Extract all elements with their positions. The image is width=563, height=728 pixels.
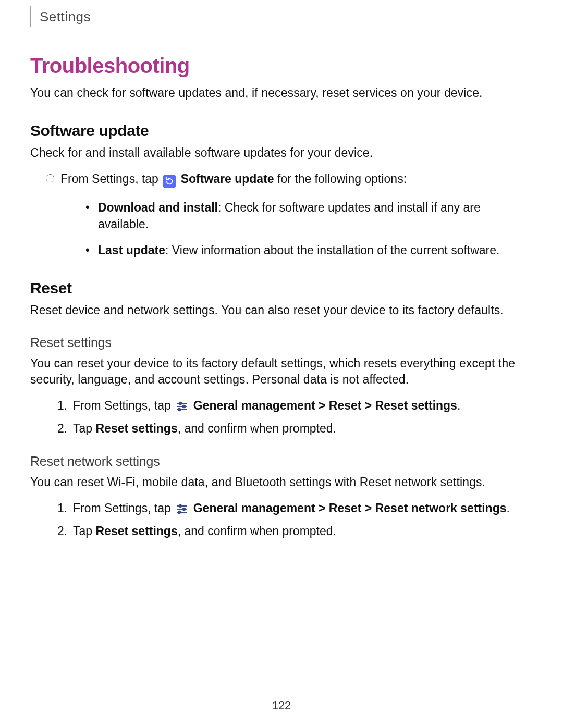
list-item: Last update: View information about the … (85, 242, 533, 259)
step-post: . (506, 501, 509, 515)
svg-point-3 (183, 405, 185, 408)
lead-bold: Software update (181, 172, 274, 186)
breadcrumb-label: Settings (40, 9, 91, 25)
page-number: 122 (0, 699, 563, 712)
software-update-options: Download and install: Check for software… (30, 200, 533, 258)
intro-paragraph: You can check for software updates and, … (30, 85, 533, 101)
update-icon (163, 175, 176, 188)
svg-point-9 (183, 508, 185, 510)
reset-network-heading: Reset network settings (30, 454, 533, 469)
step-item: 1. From Settings, tap General management… (57, 397, 533, 414)
reset-settings-heading: Reset settings (30, 335, 533, 350)
step-bold: Reset settings (95, 524, 177, 538)
svg-point-11 (178, 511, 180, 513)
list-item: Download and install: Check for software… (85, 200, 533, 232)
lead-post: for the following options: (277, 172, 407, 186)
reset-network-body: You can reset Wi-Fi, mobile data, and Bl… (30, 474, 533, 490)
step-item: 2. Tap Reset settings, and confirm when … (57, 420, 533, 437)
step-post: , and confirm when prompted. (178, 422, 336, 435)
step-post: , and confirm when prompted. (178, 524, 336, 538)
step-pre: From Settings, tap (73, 399, 174, 412)
breadcrumb: Settings (30, 6, 533, 27)
reset-body: Reset device and network settings. You c… (30, 302, 533, 318)
reset-network-steps: 1. From Settings, tap General management… (30, 500, 533, 540)
step-pre: From Settings, tap (73, 501, 174, 515)
lead-pre: From Settings, tap (60, 172, 162, 186)
hollow-bullet-icon (46, 174, 54, 182)
step-post: . (457, 399, 460, 412)
step-pre: Tap (73, 524, 95, 538)
svg-point-1 (179, 402, 181, 404)
option-desc: : View information about the installatio… (165, 243, 499, 257)
step-number: 2. (57, 420, 67, 437)
step-number: 1. (57, 397, 67, 414)
reset-heading: Reset (30, 279, 533, 297)
option-label: Last update (98, 243, 165, 257)
software-update-lead: From Settings, tap Software update for t… (30, 170, 533, 188)
step-bold: Reset settings (95, 422, 177, 435)
general-management-icon (175, 502, 189, 516)
svg-point-5 (178, 409, 180, 411)
reset-settings-steps: 1. From Settings, tap General management… (30, 397, 533, 437)
general-management-icon (175, 400, 189, 413)
option-label: Download and install (98, 201, 218, 214)
software-update-body: Check for and install available software… (30, 145, 533, 161)
reset-settings-body: You can reset your device to its factory… (30, 355, 533, 388)
step-number: 2. (57, 523, 67, 540)
step-item: 1. From Settings, tap General management… (57, 500, 533, 517)
step-path: General management > Reset > Reset netwo… (193, 501, 507, 515)
step-path: General management > Reset > Reset setti… (193, 399, 457, 412)
svg-point-7 (179, 505, 181, 507)
step-number: 1. (57, 500, 67, 517)
step-pre: Tap (73, 422, 95, 435)
page-title: Troubleshooting (30, 54, 533, 78)
step-item: 2. Tap Reset settings, and confirm when … (57, 523, 533, 540)
software-update-heading: Software update (30, 122, 533, 140)
